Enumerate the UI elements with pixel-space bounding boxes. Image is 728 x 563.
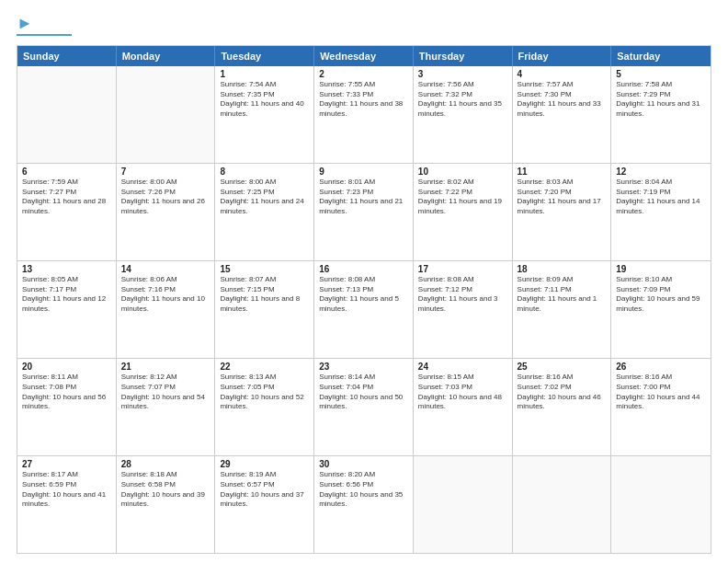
calendar-cell: 5Sunrise: 7:58 AM Sunset: 7:29 PM Daylig… [611, 66, 711, 163]
cell-info: Sunrise: 8:15 AM Sunset: 7:03 PM Dayligh… [418, 373, 507, 412]
cell-info: Sunrise: 8:16 AM Sunset: 7:02 PM Dayligh… [518, 373, 607, 412]
weekday-header-tuesday: Tuesday [215, 46, 314, 66]
cell-info: Sunrise: 8:17 AM Sunset: 6:59 PM Dayligh… [22, 470, 111, 510]
day-number: 7 [121, 167, 210, 177]
calendar-cell: 6Sunrise: 7:59 AM Sunset: 7:27 PM Daylig… [17, 164, 117, 260]
calendar-row-0: 1Sunrise: 7:54 AM Sunset: 7:35 PM Daylig… [17, 66, 711, 164]
calendar-cell: 23Sunrise: 8:14 AM Sunset: 7:04 PM Dayli… [314, 359, 414, 455]
calendar-cell: 27Sunrise: 8:17 AM Sunset: 6:59 PM Dayli… [17, 456, 117, 553]
cell-info: Sunrise: 8:13 AM Sunset: 7:05 PM Dayligh… [220, 373, 309, 412]
cell-info: Sunrise: 8:11 AM Sunset: 7:08 PM Dayligh… [22, 373, 111, 412]
calendar-cell: 11Sunrise: 8:03 AM Sunset: 7:20 PM Dayli… [513, 164, 612, 260]
day-number: 28 [121, 459, 210, 469]
cell-info: Sunrise: 7:55 AM Sunset: 7:33 PM Dayligh… [319, 80, 408, 120]
calendar-cell: 12Sunrise: 8:04 AM Sunset: 7:19 PM Dayli… [611, 164, 711, 260]
weekday-header-thursday: Thursday [414, 46, 513, 66]
day-number: 29 [220, 459, 309, 469]
calendar-row-4: 27Sunrise: 8:17 AM Sunset: 6:59 PM Dayli… [17, 456, 711, 553]
day-number: 5 [616, 69, 706, 79]
cell-info: Sunrise: 7:58 AM Sunset: 7:29 PM Dayligh… [616, 80, 706, 120]
cell-info: Sunrise: 8:18 AM Sunset: 6:58 PM Dayligh… [121, 470, 210, 510]
weekday-header-monday: Monday [117, 46, 216, 66]
calendar-cell: 26Sunrise: 8:16 AM Sunset: 7:00 PM Dayli… [611, 359, 711, 455]
day-number: 2 [319, 69, 408, 79]
cell-info: Sunrise: 8:10 AM Sunset: 7:09 PM Dayligh… [616, 275, 706, 315]
cell-info: Sunrise: 8:12 AM Sunset: 7:07 PM Dayligh… [121, 373, 210, 412]
calendar-cell: 16Sunrise: 8:08 AM Sunset: 7:13 PM Dayli… [314, 261, 414, 358]
weekday-header-saturday: Saturday [611, 46, 711, 66]
day-number: 14 [121, 264, 210, 274]
calendar-cell: 8Sunrise: 8:00 AM Sunset: 7:25 PM Daylig… [215, 164, 314, 260]
day-number: 3 [418, 69, 507, 79]
calendar-cell: 29Sunrise: 8:19 AM Sunset: 6:57 PM Dayli… [215, 456, 314, 553]
page: ► SundayMondayTuesdayWednesdayThursdayFr… [0, 0, 728, 563]
calendar-cell [414, 456, 513, 553]
cell-info: Sunrise: 8:02 AM Sunset: 7:22 PM Dayligh… [418, 178, 507, 217]
day-number: 8 [220, 167, 309, 177]
calendar-cell: 28Sunrise: 8:18 AM Sunset: 6:58 PM Dayli… [117, 456, 216, 553]
calendar-cell: 21Sunrise: 8:12 AM Sunset: 7:07 PM Dayli… [117, 359, 216, 455]
day-number: 12 [616, 167, 706, 177]
calendar-cell: 19Sunrise: 8:10 AM Sunset: 7:09 PM Dayli… [611, 261, 711, 358]
cell-info: Sunrise: 8:05 AM Sunset: 7:17 PM Dayligh… [22, 275, 111, 315]
logo: ► [17, 15, 72, 36]
header: ► [17, 15, 711, 36]
logo-text: ► [17, 15, 33, 33]
day-number: 4 [518, 69, 607, 79]
cell-info: Sunrise: 8:07 AM Sunset: 7:15 PM Dayligh… [220, 275, 309, 315]
day-number: 25 [518, 362, 607, 372]
day-number: 19 [616, 264, 706, 274]
cell-info: Sunrise: 8:16 AM Sunset: 7:00 PM Dayligh… [616, 373, 706, 412]
calendar-cell [611, 456, 711, 553]
calendar-header: SundayMondayTuesdayWednesdayThursdayFrid… [17, 46, 711, 66]
day-number: 26 [616, 362, 706, 372]
calendar-cell: 17Sunrise: 8:08 AM Sunset: 7:12 PM Dayli… [414, 261, 513, 358]
calendar-cell: 14Sunrise: 8:06 AM Sunset: 7:16 PM Dayli… [117, 261, 216, 358]
day-number: 10 [418, 167, 507, 177]
cell-info: Sunrise: 8:14 AM Sunset: 7:04 PM Dayligh… [319, 373, 408, 412]
calendar-cell [17, 66, 117, 163]
day-number: 20 [22, 362, 111, 372]
cell-info: Sunrise: 8:04 AM Sunset: 7:19 PM Dayligh… [616, 178, 706, 217]
calendar-row-1: 6Sunrise: 7:59 AM Sunset: 7:27 PM Daylig… [17, 164, 711, 261]
calendar-cell: 15Sunrise: 8:07 AM Sunset: 7:15 PM Dayli… [215, 261, 314, 358]
cell-info: Sunrise: 7:54 AM Sunset: 7:35 PM Dayligh… [220, 80, 309, 120]
cell-info: Sunrise: 8:20 AM Sunset: 6:56 PM Dayligh… [319, 470, 408, 510]
day-number: 27 [22, 459, 111, 469]
calendar-row-2: 13Sunrise: 8:05 AM Sunset: 7:17 PM Dayli… [17, 261, 711, 359]
calendar: SundayMondayTuesdayWednesdayThursdayFrid… [17, 45, 711, 554]
weekday-header-wednesday: Wednesday [314, 46, 414, 66]
calendar-body: 1Sunrise: 7:54 AM Sunset: 7:35 PM Daylig… [17, 66, 711, 553]
cell-info: Sunrise: 8:09 AM Sunset: 7:11 PM Dayligh… [518, 275, 607, 315]
logo-triangle-icon: ► [17, 14, 33, 32]
day-number: 9 [319, 167, 408, 177]
cell-info: Sunrise: 7:57 AM Sunset: 7:30 PM Dayligh… [518, 80, 607, 120]
calendar-cell: 20Sunrise: 8:11 AM Sunset: 7:08 PM Dayli… [17, 359, 117, 455]
cell-info: Sunrise: 8:01 AM Sunset: 7:23 PM Dayligh… [319, 178, 408, 217]
calendar-cell: 13Sunrise: 8:05 AM Sunset: 7:17 PM Dayli… [17, 261, 117, 358]
calendar-cell: 1Sunrise: 7:54 AM Sunset: 7:35 PM Daylig… [215, 66, 314, 163]
calendar-cell: 18Sunrise: 8:09 AM Sunset: 7:11 PM Dayli… [513, 261, 612, 358]
calendar-cell [513, 456, 612, 553]
day-number: 17 [418, 264, 507, 274]
cell-info: Sunrise: 8:03 AM Sunset: 7:20 PM Dayligh… [518, 178, 607, 217]
calendar-cell: 7Sunrise: 8:00 AM Sunset: 7:26 PM Daylig… [117, 164, 216, 260]
day-number: 11 [518, 167, 607, 177]
calendar-cell: 30Sunrise: 8:20 AM Sunset: 6:56 PM Dayli… [314, 456, 414, 553]
weekday-header-friday: Friday [513, 46, 612, 66]
day-number: 30 [319, 459, 408, 469]
day-number: 13 [22, 264, 111, 274]
cell-info: Sunrise: 8:08 AM Sunset: 7:12 PM Dayligh… [418, 275, 507, 315]
day-number: 22 [220, 362, 309, 372]
day-number: 1 [220, 69, 309, 79]
logo-line [17, 34, 72, 36]
calendar-row-3: 20Sunrise: 8:11 AM Sunset: 7:08 PM Dayli… [17, 359, 711, 456]
calendar-cell: 9Sunrise: 8:01 AM Sunset: 7:23 PM Daylig… [314, 164, 414, 260]
cell-info: Sunrise: 7:59 AM Sunset: 7:27 PM Dayligh… [22, 178, 111, 217]
cell-info: Sunrise: 8:08 AM Sunset: 7:13 PM Dayligh… [319, 275, 408, 315]
day-number: 24 [418, 362, 507, 372]
calendar-cell: 22Sunrise: 8:13 AM Sunset: 7:05 PM Dayli… [215, 359, 314, 455]
calendar-cell [117, 66, 216, 163]
calendar-cell: 24Sunrise: 8:15 AM Sunset: 7:03 PM Dayli… [414, 359, 513, 455]
day-number: 15 [220, 264, 309, 274]
